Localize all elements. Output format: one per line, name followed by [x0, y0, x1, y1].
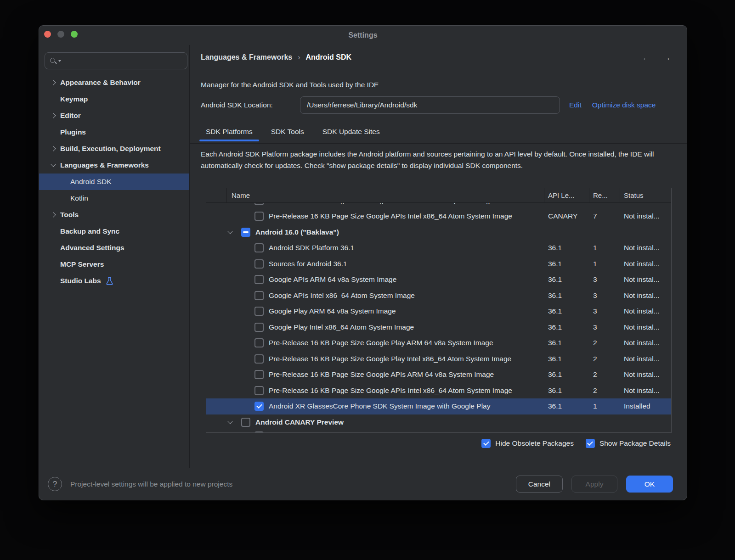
tab-sdk-tools[interactable]: SDK Tools [265, 122, 311, 141]
option-label: Hide Obsolete Packages [495, 439, 574, 448]
table-row[interactable]: Android CANARY Preview [206, 414, 671, 431]
package-checkbox-unchecked[interactable] [254, 275, 264, 284]
table-body: Pre-Release 16 KB Page Size Google APIs … [206, 203, 671, 433]
package-checkbox-unchecked[interactable] [254, 431, 264, 433]
sidebar-item-studio-labs[interactable]: Studio Labs [39, 273, 189, 289]
column-header-status[interactable]: Status [620, 188, 671, 202]
cancel-button[interactable]: Cancel [516, 476, 563, 493]
package-checkbox-unchecked[interactable] [254, 370, 264, 379]
checkbox-hide-obsolete-packages[interactable] [481, 439, 491, 448]
package-name: Pre-Release 16 KB Page Size Google APIs … [269, 212, 512, 220]
table-row[interactable]: Android SDK Platform 36.136.11Not instal… [206, 240, 671, 256]
table-row[interactable]: Google Play ARM 64 v8a System Image36.13… [206, 303, 671, 319]
package-checkbox-unchecked[interactable] [241, 418, 250, 427]
close-window-button[interactable] [44, 31, 51, 38]
table-row[interactable]: Pre-Release 16 KB Page Size Google APIs … [206, 367, 671, 383]
chevron-right-icon[interactable] [51, 114, 60, 118]
flask-icon [106, 277, 113, 286]
sidebar-item-advanced-settings[interactable]: Advanced Settings [39, 240, 189, 256]
sidebar-item-languages-frameworks[interactable]: Languages & Frameworks [39, 157, 189, 174]
package-checkbox-unchecked[interactable] [254, 203, 264, 205]
table-row[interactable] [206, 430, 671, 433]
api-level-cell: 36.1 [544, 275, 589, 284]
package-checkbox-unchecked[interactable] [254, 354, 264, 364]
tab-sdk-platforms[interactable]: SDK Platforms [199, 122, 259, 141]
table-row[interactable]: Pre-Release 16 KB Page Size Google APIs … [206, 383, 671, 399]
sidebar-item-backup-and-sync[interactable]: Backup and Sync [39, 223, 189, 240]
breadcrumb-item[interactable]: Languages & Frameworks [201, 53, 292, 62]
settings-search-box[interactable] [45, 52, 187, 69]
chevron-down-icon[interactable] [228, 231, 241, 233]
package-checkbox-unchecked[interactable] [254, 259, 264, 269]
sidebar-item-label: Editor [60, 112, 81, 120]
zoom-window-button[interactable] [71, 31, 78, 38]
table-row[interactable]: Android 16.0 ("Baklava") [206, 224, 671, 241]
package-checkbox-unchecked[interactable] [254, 243, 264, 252]
option-show-package-details[interactable]: Show Package Details [586, 439, 671, 448]
sdk-location-input[interactable] [300, 96, 560, 114]
partially-visible-row [206, 430, 671, 433]
ok-button[interactable]: OK [626, 476, 673, 493]
sidebar-item-android-sdk[interactable]: Android SDK [39, 174, 189, 190]
search-options-caret-icon[interactable] [58, 60, 61, 62]
column-header-name[interactable]: Name [227, 188, 544, 202]
sidebar-item-mcp-servers[interactable]: MCP Servers [39, 256, 189, 273]
package-name-cell: Pre-Release 16 KB Page Size Google APIs … [206, 367, 544, 383]
package-checkbox-unchecked[interactable] [254, 323, 264, 332]
revision-cell: 3 [589, 323, 620, 331]
package-checkbox-unchecked[interactable] [254, 386, 264, 395]
package-name: Google Play ARM 64 v8a System Image [269, 307, 396, 315]
package-checkbox-checked[interactable] [254, 402, 264, 411]
table-row[interactable]: Google Play Intel x86_64 Atom System Ima… [206, 319, 671, 336]
table-row[interactable]: Pre-Release 16 KB Page Size Google APIs … [206, 203, 671, 208]
chevron-down-icon[interactable] [51, 164, 60, 166]
api-level-cell: 36.1 [544, 402, 589, 410]
package-name: Android CANARY Preview [255, 418, 344, 426]
package-checkbox-indeterminate[interactable] [241, 228, 250, 237]
apply-button[interactable]: Apply [571, 476, 617, 493]
minimize-window-button[interactable] [57, 31, 64, 38]
table-row[interactable]: Google APIs ARM 64 v8a System Image36.13… [206, 272, 671, 288]
revision-cell: 2 [589, 386, 620, 395]
sdk-location-row: Android SDK Location: Edit Optimize disk… [201, 96, 687, 114]
package-checkbox-unchecked[interactable] [254, 212, 264, 221]
chevron-down-icon[interactable] [228, 421, 241, 423]
package-checkbox-unchecked[interactable] [254, 291, 264, 300]
table-row[interactable]: Pre-Release 16 KB Page Size Google APIs … [206, 208, 671, 224]
package-checkbox-unchecked[interactable] [254, 307, 264, 316]
package-checkbox-unchecked[interactable] [254, 338, 264, 347]
checkbox-show-package-details[interactable] [586, 439, 595, 448]
breadcrumb-item[interactable]: Android SDK [306, 53, 352, 62]
table-row[interactable]: Google APIs Intel x86_64 Atom System Ima… [206, 288, 671, 304]
tab-sdk-update-sites[interactable]: SDK Update Sites [316, 122, 386, 141]
table-row[interactable]: Pre-Release 16 KB Page Size Google Play … [206, 351, 671, 367]
back-arrow-icon[interactable]: ← [642, 52, 651, 63]
sidebar-item-tools[interactable]: Tools [39, 207, 189, 223]
revision-cell: 3 [589, 291, 620, 300]
sidebar-item-plugins[interactable]: Plugins [39, 124, 189, 140]
sidebar-item-appearance-behavior[interactable]: Appearance & Behavior [39, 74, 189, 91]
table-row[interactable]: Android XR GlassesCore Phone SDK System … [206, 398, 671, 414]
chevron-right-icon[interactable] [51, 81, 60, 84]
help-icon[interactable]: ? [48, 477, 62, 491]
table-row[interactable]: Sources for Android 36.136.11Not instal.… [206, 256, 671, 272]
sidebar-item-editor[interactable]: Editor [39, 107, 189, 124]
chevron-right-icon[interactable] [51, 147, 60, 151]
option-label: Show Package Details [599, 439, 671, 448]
sidebar-item-keymap[interactable]: Keymap [39, 91, 189, 107]
option-hide-obsolete-packages[interactable]: Hide Obsolete Packages [481, 439, 574, 448]
package-name: Pre-Release 16 KB Page Size Google Play … [269, 355, 511, 363]
optimize-disk-space-link[interactable]: Optimize disk space [592, 101, 656, 109]
forward-arrow-icon[interactable]: → [662, 52, 671, 63]
chevron-right-icon[interactable] [51, 213, 60, 217]
edit-link[interactable]: Edit [569, 101, 582, 109]
package-name-cell: Pre-Release 16 KB Page Size Google Play … [206, 335, 544, 351]
package-name: Google APIs Intel x86_64 Atom System Ima… [269, 291, 415, 300]
column-header-api-le[interactable]: API Le... [544, 188, 589, 202]
sidebar-item-build-execution-deployment[interactable]: Build, Execution, Deployment [39, 140, 189, 157]
sidebar-item-kotlin[interactable]: Kotlin [39, 190, 189, 207]
search-input[interactable] [64, 56, 183, 65]
column-header-re[interactable]: Re... [589, 188, 620, 202]
package-name-cell: Sources for Android 36.1 [206, 256, 544, 272]
table-row[interactable]: Pre-Release 16 KB Page Size Google Play … [206, 335, 671, 351]
